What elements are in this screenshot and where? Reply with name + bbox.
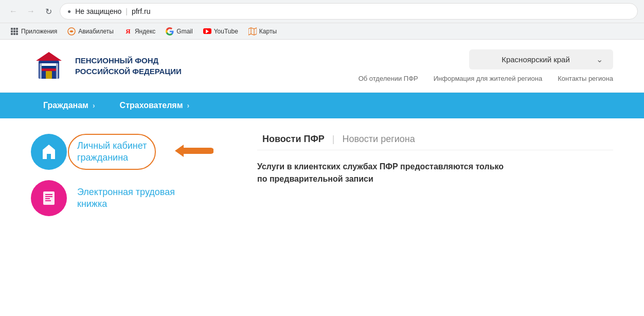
- orange-arrow-svg: [172, 139, 213, 163]
- cabinet-label-wrapper: Личный кабинет гражданина: [77, 140, 147, 164]
- address-bar[interactable]: ● Не защищено | pfrf.ru: [60, 3, 638, 20]
- right-panel: Новости ПФР | Новости региона Услуги в к…: [257, 134, 613, 216]
- nav-residents[interactable]: Информация для жителей региона: [434, 75, 542, 82]
- svg-marker-15: [175, 145, 184, 157]
- tabs-separator: |: [330, 134, 337, 145]
- cabinet-icon-blue: [31, 134, 67, 170]
- cabinet-item-personal: Личный кабинет гражданина: [31, 134, 237, 170]
- cabinet-label-etk[interactable]: Электронная трудовая книжка: [77, 186, 175, 210]
- svg-rect-11: [56, 63, 58, 79]
- arrow-container: [172, 139, 213, 165]
- url-text: pfrf.ru: [132, 7, 151, 15]
- lock-icon: ●: [67, 8, 71, 15]
- nav-insurers-chevron: ›: [187, 101, 190, 110]
- svg-marker-5: [36, 52, 62, 61]
- nav-citizens-label: Гражданам: [43, 101, 88, 110]
- main-content: Личный кабинет гражданина: [0, 118, 644, 232]
- separator: |: [126, 7, 128, 15]
- apps-icon: [10, 27, 19, 36]
- google-icon: [166, 27, 174, 36]
- nav-about[interactable]: Об отделении ПФР: [359, 75, 418, 82]
- svg-rect-7: [41, 66, 57, 68]
- nav-buttons: ← → ↻: [6, 4, 56, 19]
- nav-insurers-label: Страхователям: [120, 101, 183, 110]
- nav-contacts[interactable]: Контакты региона: [558, 75, 613, 82]
- bookmark-avia-label: Авиабилеты: [78, 28, 114, 35]
- logo-line2: РОССИЙСКОЙ ФЕДЕРАЦИИ: [75, 66, 182, 77]
- news-text: Услуги в клиентских службах ПФР предоста…: [257, 162, 504, 183]
- security-label: Не защищено: [75, 7, 121, 15]
- cabinet-label-personal[interactable]: Личный кабинет гражданина: [77, 141, 147, 163]
- svg-rect-9: [46, 71, 52, 79]
- news-tabs: Новости ПФР | Новости региона: [257, 134, 613, 150]
- bookmark-yandex[interactable]: Я Яндекс: [120, 26, 159, 37]
- bookmark-gmail[interactable]: Gmail: [162, 26, 196, 37]
- svg-rect-12: [47, 155, 50, 159]
- svg-rect-10: [40, 63, 42, 79]
- bookmarks-bar: Приложения Авиабилеты Я Яндекс: [0, 23, 644, 39]
- bookmark-maps[interactable]: Карты: [244, 26, 281, 37]
- reload-button[interactable]: ↻: [41, 4, 56, 19]
- bookmark-yandex-label: Яндекс: [135, 28, 155, 35]
- yandex-icon: Я: [124, 27, 132, 36]
- bookmark-youtube-label: YouTube: [214, 28, 238, 35]
- news-tab-pfr[interactable]: Новости ПФР: [257, 134, 330, 145]
- region-name: Красноярский край: [479, 55, 592, 64]
- svg-rect-6: [41, 63, 57, 66]
- site-header: ПЕНСИОННЫЙ ФОНД РОССИЙСКОЙ ФЕДЕРАЦИИ Кра…: [0, 40, 644, 93]
- back-button[interactable]: ←: [6, 4, 21, 19]
- main-nav: Гражданам › Страхователям ›: [0, 93, 644, 118]
- bookmark-avia[interactable]: Авиабилеты: [63, 26, 118, 37]
- logo-area: ПЕНСИОННЫЙ ФОНД РОССИЙСКОЙ ФЕДЕРАЦИИ: [31, 48, 182, 84]
- cabinet-icon-pink: [31, 180, 67, 216]
- youtube-icon: [203, 27, 211, 36]
- header-nav: Об отделении ПФР Информация для жителей …: [359, 75, 613, 82]
- cabinet-item-etk: Электронная трудовая книжка: [31, 180, 237, 216]
- bookmark-maps-label: Карты: [259, 28, 277, 35]
- header-right: Красноярский край ⌄ Об отделении ПФР Инф…: [359, 49, 613, 82]
- bookmark-gmail-label: Gmail: [176, 28, 192, 35]
- bookmark-apps[interactable]: Приложения: [6, 26, 61, 37]
- nav-citizens[interactable]: Гражданам ›: [31, 93, 108, 118]
- news-tab-region[interactable]: Новости региона: [337, 134, 420, 145]
- nav-insurers[interactable]: Страхователям ›: [108, 93, 202, 118]
- maps-icon: [248, 27, 257, 36]
- logo-line1: ПЕНСИОННЫЙ ФОНД: [75, 55, 182, 66]
- bookmark-youtube[interactable]: YouTube: [199, 26, 242, 37]
- forward-button[interactable]: →: [24, 4, 38, 19]
- logo-text: ПЕНСИОННЫЙ ФОНД РОССИЙСКОЙ ФЕДЕРАЦИИ: [75, 55, 182, 77]
- page-content: ПЕНСИОННЫЙ ФОНД РОССИЙСКОЙ ФЕДЕРАЦИИ Кра…: [0, 40, 644, 232]
- oval-highlight: [68, 134, 156, 170]
- browser-toolbar: ← → ↻ ● Не защищено | pfrf.ru: [0, 0, 644, 23]
- pfr-logo: [31, 48, 67, 84]
- avia-icon: [67, 27, 76, 36]
- region-selector[interactable]: Красноярский край ⌄: [469, 49, 613, 69]
- chevron-down-icon: ⌄: [596, 55, 603, 64]
- bookmark-apps-label: Приложения: [21, 28, 57, 35]
- nav-citizens-chevron: ›: [93, 101, 95, 110]
- svg-marker-1: [248, 28, 257, 35]
- svg-rect-8: [41, 68, 57, 71]
- left-panel: Личный кабинет гражданина: [31, 134, 237, 216]
- news-content: Услуги в клиентских службах ПФР предоста…: [257, 161, 504, 185]
- browser-chrome: ← → ↻ ● Не защищено | pfrf.ru Приложения: [0, 0, 644, 40]
